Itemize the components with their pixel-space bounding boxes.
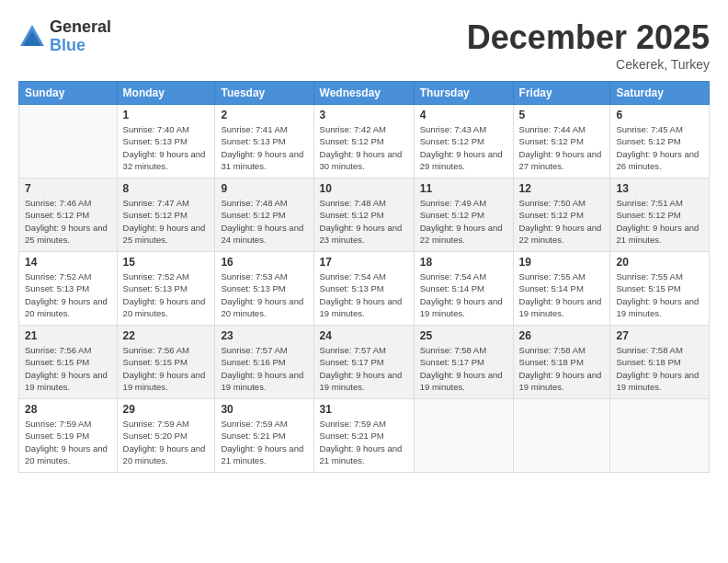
day-number: 22: [123, 329, 210, 342]
day-info: Sunrise: 7:40 AM Sunset: 5:13 PM Dayligh…: [123, 123, 210, 172]
day-info: Sunrise: 7:59 AM Sunset: 5:19 PM Dayligh…: [25, 418, 111, 466]
day-info: Sunrise: 7:47 AM Sunset: 5:12 PM Dayligh…: [123, 197, 210, 246]
calendar-cell: [610, 399, 710, 473]
logo-text: General Blue: [50, 18, 111, 55]
page-header: General Blue December 2025 Cekerek, Turk…: [18, 18, 710, 72]
day-number: 21: [25, 329, 111, 342]
day-info: Sunrise: 7:53 AM Sunset: 5:13 PM Dayligh…: [221, 270, 307, 319]
day-info: Sunrise: 7:49 AM Sunset: 5:12 PM Dayligh…: [420, 197, 507, 246]
title-block: December 2025 Cekerek, Turkey: [467, 18, 710, 72]
day-info: Sunrise: 7:41 AM Sunset: 5:13 PM Dayligh…: [221, 123, 307, 172]
day-number: 20: [616, 256, 703, 269]
day-info: Sunrise: 7:54 AM Sunset: 5:14 PM Dayligh…: [420, 270, 507, 319]
day-info: Sunrise: 7:52 AM Sunset: 5:13 PM Dayligh…: [123, 270, 210, 319]
calendar-week-row: 28Sunrise: 7:59 AM Sunset: 5:19 PM Dayli…: [19, 399, 710, 473]
day-number: 16: [221, 256, 307, 269]
day-number: 18: [420, 256, 507, 269]
header-wednesday: Wednesday: [313, 82, 414, 105]
header-monday: Monday: [117, 82, 215, 105]
day-info: Sunrise: 7:58 AM Sunset: 5:18 PM Dayligh…: [519, 344, 605, 393]
day-number: 17: [320, 256, 408, 269]
calendar-cell: [19, 105, 118, 178]
logo-icon: [18, 23, 46, 51]
day-number: 1: [123, 109, 210, 121]
calendar-cell: 16Sunrise: 7:53 AM Sunset: 5:13 PM Dayli…: [215, 252, 313, 326]
day-number: 12: [519, 182, 605, 195]
calendar-cell: 14Sunrise: 7:52 AM Sunset: 5:13 PM Dayli…: [19, 252, 118, 326]
day-info: Sunrise: 7:43 AM Sunset: 5:12 PM Dayligh…: [420, 123, 507, 172]
header-thursday: Thursday: [414, 82, 513, 105]
day-info: Sunrise: 7:59 AM Sunset: 5:20 PM Dayligh…: [123, 418, 210, 466]
day-number: 14: [25, 256, 111, 269]
day-number: 9: [221, 182, 307, 195]
calendar-cell: 5Sunrise: 7:44 AM Sunset: 5:12 PM Daylig…: [513, 105, 610, 178]
calendar-cell: 25Sunrise: 7:58 AM Sunset: 5:17 PM Dayli…: [414, 326, 513, 399]
day-info: Sunrise: 7:55 AM Sunset: 5:14 PM Dayligh…: [519, 270, 605, 319]
calendar-cell: 4Sunrise: 7:43 AM Sunset: 5:12 PM Daylig…: [414, 105, 513, 178]
day-info: Sunrise: 7:56 AM Sunset: 5:15 PM Dayligh…: [25, 344, 111, 393]
header-tuesday: Tuesday: [215, 82, 313, 105]
day-number: 11: [420, 182, 507, 195]
day-info: Sunrise: 7:56 AM Sunset: 5:15 PM Dayligh…: [123, 344, 210, 393]
calendar-week-row: 21Sunrise: 7:56 AM Sunset: 5:15 PM Dayli…: [19, 326, 710, 399]
calendar-cell: 10Sunrise: 7:48 AM Sunset: 5:12 PM Dayli…: [313, 178, 414, 252]
weekday-header-row: Sunday Monday Tuesday Wednesday Thursday…: [19, 82, 710, 105]
day-number: 29: [123, 403, 210, 416]
day-number: 5: [519, 109, 605, 121]
day-number: 31: [320, 403, 408, 416]
calendar-cell: 9Sunrise: 7:48 AM Sunset: 5:12 PM Daylig…: [215, 178, 313, 252]
day-number: 23: [221, 329, 307, 342]
calendar-cell: 15Sunrise: 7:52 AM Sunset: 5:13 PM Dayli…: [117, 252, 215, 326]
calendar-cell: 30Sunrise: 7:59 AM Sunset: 5:21 PM Dayli…: [215, 399, 313, 473]
calendar-cell: 18Sunrise: 7:54 AM Sunset: 5:14 PM Dayli…: [414, 252, 513, 326]
day-info: Sunrise: 7:48 AM Sunset: 5:12 PM Dayligh…: [320, 197, 408, 246]
day-number: 28: [25, 403, 111, 416]
day-info: Sunrise: 7:59 AM Sunset: 5:21 PM Dayligh…: [320, 418, 408, 466]
header-friday: Friday: [513, 82, 610, 105]
calendar-cell: [414, 399, 513, 473]
day-info: Sunrise: 7:44 AM Sunset: 5:12 PM Dayligh…: [519, 123, 605, 172]
logo-blue: Blue: [50, 37, 111, 55]
day-number: 24: [320, 329, 408, 342]
day-number: 8: [123, 182, 210, 195]
calendar-cell: 28Sunrise: 7:59 AM Sunset: 5:19 PM Dayli…: [19, 399, 118, 473]
calendar-cell: 8Sunrise: 7:47 AM Sunset: 5:12 PM Daylig…: [117, 178, 215, 252]
day-number: 3: [320, 109, 408, 121]
day-info: Sunrise: 7:48 AM Sunset: 5:12 PM Dayligh…: [221, 197, 307, 246]
day-info: Sunrise: 7:52 AM Sunset: 5:13 PM Dayligh…: [25, 270, 111, 319]
day-number: 10: [320, 182, 408, 195]
calendar-week-row: 14Sunrise: 7:52 AM Sunset: 5:13 PM Dayli…: [19, 252, 710, 326]
day-number: 25: [420, 329, 507, 342]
day-number: 7: [25, 182, 111, 195]
day-number: 13: [616, 182, 703, 195]
day-number: 30: [221, 403, 307, 416]
calendar-cell: 2Sunrise: 7:41 AM Sunset: 5:13 PM Daylig…: [215, 105, 313, 178]
day-number: 26: [519, 329, 605, 342]
calendar-page: General Blue December 2025 Cekerek, Turk…: [0, 0, 728, 563]
calendar-cell: 21Sunrise: 7:56 AM Sunset: 5:15 PM Dayli…: [19, 326, 118, 399]
calendar-cell: 31Sunrise: 7:59 AM Sunset: 5:21 PM Dayli…: [313, 399, 414, 473]
day-number: 4: [420, 109, 507, 121]
calendar-cell: 6Sunrise: 7:45 AM Sunset: 5:12 PM Daylig…: [610, 105, 710, 178]
day-number: 27: [616, 329, 703, 342]
calendar-cell: 23Sunrise: 7:57 AM Sunset: 5:16 PM Dayli…: [215, 326, 313, 399]
day-number: 15: [123, 256, 210, 269]
calendar-week-row: 7Sunrise: 7:46 AM Sunset: 5:12 PM Daylig…: [19, 178, 710, 252]
day-info: Sunrise: 7:51 AM Sunset: 5:12 PM Dayligh…: [616, 197, 703, 246]
calendar-cell: 11Sunrise: 7:49 AM Sunset: 5:12 PM Dayli…: [414, 178, 513, 252]
day-info: Sunrise: 7:59 AM Sunset: 5:21 PM Dayligh…: [221, 418, 307, 466]
calendar-cell: 26Sunrise: 7:58 AM Sunset: 5:18 PM Dayli…: [513, 326, 610, 399]
logo-general: General: [50, 18, 111, 37]
header-sunday: Sunday: [19, 82, 118, 105]
day-info: Sunrise: 7:55 AM Sunset: 5:15 PM Dayligh…: [616, 270, 703, 319]
month-title: December 2025: [467, 18, 710, 57]
calendar-cell: 17Sunrise: 7:54 AM Sunset: 5:13 PM Dayli…: [313, 252, 414, 326]
day-info: Sunrise: 7:57 AM Sunset: 5:17 PM Dayligh…: [320, 344, 408, 393]
day-info: Sunrise: 7:57 AM Sunset: 5:16 PM Dayligh…: [221, 344, 307, 393]
calendar-week-row: 1Sunrise: 7:40 AM Sunset: 5:13 PM Daylig…: [19, 105, 710, 178]
calendar-cell: 19Sunrise: 7:55 AM Sunset: 5:14 PM Dayli…: [513, 252, 610, 326]
calendar-cell: 1Sunrise: 7:40 AM Sunset: 5:13 PM Daylig…: [117, 105, 215, 178]
calendar-cell: 13Sunrise: 7:51 AM Sunset: 5:12 PM Dayli…: [610, 178, 710, 252]
calendar-cell: 12Sunrise: 7:50 AM Sunset: 5:12 PM Dayli…: [513, 178, 610, 252]
calendar-cell: 24Sunrise: 7:57 AM Sunset: 5:17 PM Dayli…: [313, 326, 414, 399]
